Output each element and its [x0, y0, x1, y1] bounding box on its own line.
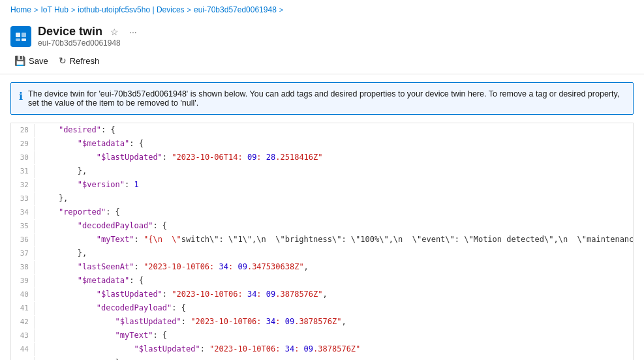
device-twin-icon [10, 26, 31, 47]
line-number: 35 [11, 220, 35, 233]
svg-rect-3 [22, 38, 26, 41]
code-line: 38 "lastSeenAt": "2023-10-10T06: 34: 09.… [11, 260, 633, 274]
line-content: "decodedPayload": { [40, 301, 633, 314]
line-number: 31 [11, 165, 35, 178]
line-content: } [40, 356, 633, 360]
line-content: }, [40, 247, 633, 260]
line-number: 40 [11, 288, 35, 301]
json-editor[interactable]: 28 "desired": {29 "$metadata": {30 "$las… [10, 123, 634, 360]
line-number: 39 [11, 275, 35, 288]
code-line: 32 "$version": 1 [11, 178, 633, 192]
page-title-row: Device twin ☆ ··· [38, 25, 140, 38]
page-header: Device twin ☆ ··· eui-70b3d57ed0061948 [0, 20, 644, 50]
breadcrumb-home[interactable]: Home [10, 5, 31, 14]
line-number: 32 [11, 179, 35, 192]
line-content: }, [40, 192, 633, 205]
line-content: "$metadata": { [40, 137, 633, 150]
line-content: "$lastUpdated": "2023-10-06T14: 09: 28.2… [40, 151, 633, 164]
line-content: "myText": { [40, 329, 633, 342]
breadcrumb-devices[interactable]: iothub-utoipfc5sv5ho | Devices [78, 5, 184, 14]
info-banner: ℹ The device twin for 'eui-70b3d57ed0061… [10, 82, 634, 115]
line-number: 37 [11, 247, 35, 260]
line-content: "$metadata": { [40, 274, 633, 287]
refresh-icon: ↻ [59, 55, 67, 66]
line-number: 45 [11, 357, 35, 360]
code-line: 41 "decodedPayload": { [11, 301, 633, 315]
line-number: 30 [11, 151, 35, 164]
code-line: 34 "reported": { [11, 205, 633, 219]
more-options-button[interactable]: ··· [127, 25, 140, 38]
code-line: 40 "$lastUpdated": "2023-10-10T06: 34: 0… [11, 288, 633, 301]
device-id-subtitle: eui-70b3d57ed0061948 [38, 38, 140, 48]
line-content: }, [40, 164, 633, 177]
code-line: 42 "$lastUpdated": "2023-10-10T06: 34: 0… [11, 315, 633, 329]
svg-rect-1 [22, 33, 26, 37]
line-number: 36 [11, 233, 35, 247]
line-number: 28 [11, 124, 35, 137]
save-icon: 💾 [14, 55, 25, 66]
page-title: Device twin [38, 25, 102, 38]
line-number: 43 [11, 329, 35, 342]
refresh-button[interactable]: ↻ Refresh [55, 53, 106, 68]
code-line: 44 "$lastUpdated": "2023-10-10T06: 34: 0… [11, 342, 633, 356]
header-title-block: Device twin ☆ ··· eui-70b3d57ed0061948 [38, 25, 140, 48]
line-number: 29 [11, 138, 35, 151]
svg-rect-2 [16, 38, 20, 41]
line-number: 34 [11, 206, 35, 219]
code-line: 36 "myText": "{\n \"switch\": \"1\",\n \… [11, 233, 633, 247]
code-line: 31 }, [11, 164, 633, 178]
toolbar: 💾 Save ↻ Refresh [0, 50, 644, 74]
save-label: Save [29, 56, 48, 66]
code-line: 33 }, [11, 192, 633, 205]
favorite-button[interactable]: ☆ [108, 25, 121, 38]
code-line: 37 }, [11, 247, 633, 260]
save-button[interactable]: 💾 Save [10, 53, 55, 68]
info-icon: ℹ [19, 90, 23, 102]
breadcrumb-iothub[interactable]: IoT Hub [40, 5, 68, 14]
code-line: 30 "$lastUpdated": "2023-10-06T14: 09: 2… [11, 151, 633, 164]
line-content: "desired": { [40, 123, 633, 136]
info-text: The device twin for 'eui-70b3d57ed006194… [28, 89, 625, 108]
line-number: 42 [11, 316, 35, 329]
line-content: "reported": { [40, 205, 633, 218]
breadcrumb-device-id[interactable]: eui-70b3d57ed0061948 [194, 5, 277, 14]
line-number: 44 [11, 343, 35, 356]
code-line: 28 "desired": { [11, 123, 633, 137]
code-line: 43 "myText": { [11, 329, 633, 342]
line-content: "lastSeenAt": "2023-10-10T06: 34: 09.347… [40, 260, 633, 273]
line-content: "decodedPayload": { [40, 219, 633, 232]
line-content: "$version": 1 [40, 178, 633, 191]
refresh-label: Refresh [70, 56, 100, 66]
code-line: 35 "decodedPayload": { [11, 219, 633, 233]
line-number: 33 [11, 192, 35, 205]
line-number: 38 [11, 261, 35, 274]
code-line: 29 "$metadata": { [11, 137, 633, 151]
line-content: "$lastUpdated": "2023-10-10T06: 34: 09.3… [40, 342, 633, 355]
breadcrumb: Home > IoT Hub > iothub-utoipfc5sv5ho | … [0, 0, 644, 20]
line-content: "myText": "{\n \"switch\": \"1\",\n \"br… [40, 233, 634, 246]
line-number: 41 [11, 302, 35, 315]
svg-rect-0 [16, 33, 20, 37]
code-line: 45 } [11, 356, 633, 360]
line-content: "$lastUpdated": "2023-10-10T06: 34: 09.3… [40, 315, 633, 328]
line-content: "$lastUpdated": "2023-10-10T06: 34: 09.3… [40, 288, 633, 301]
code-line: 39 "$metadata": { [11, 274, 633, 288]
